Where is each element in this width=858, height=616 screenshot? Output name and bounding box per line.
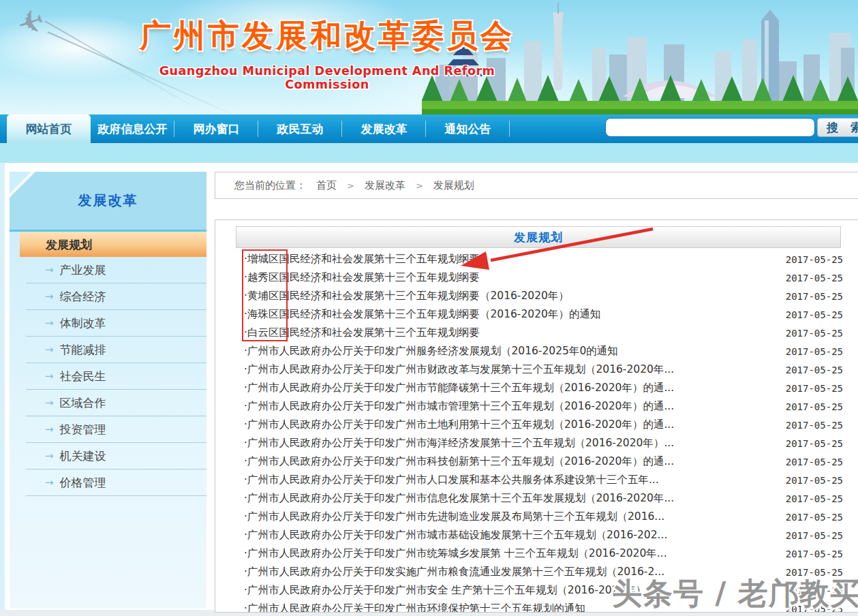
news-date: 2017-05-25 <box>778 420 843 431</box>
nav-tab-label: 政民互动 <box>277 122 324 136</box>
news-link[interactable]: ·广州市人民政府办公厅关于印发广州市土地利用第十三个五年规划（2016-2020… <box>244 418 674 432</box>
sidebar-item-label: 发展规划 <box>46 232 92 258</box>
arrow-right-icon: → <box>45 390 54 416</box>
sidebar-item[interactable]: → 机关建设 <box>26 443 206 469</box>
news-date: 2017-05-25 <box>778 493 843 504</box>
nav-tab[interactable]: 网办窗口 <box>174 114 258 143</box>
news-date: 2017-05-25 <box>778 346 843 357</box>
sidebar-title: 发展改革 <box>10 172 206 230</box>
news-link[interactable]: ·广州市人民政府办公厅关于印发广州市先进制造业发展及布局第十三个五年规划（201… <box>244 510 664 524</box>
news-row: ·广州市人民政府办公厅关于印发广州市节能降碳第十三个五年规划（2016-2020… <box>244 379 843 397</box>
news-date: 2017-05-25 <box>778 383 843 394</box>
nav-tab-list: 网站首页 政府信息公开 网办窗口 政民互动 发展改革 通知公告 <box>7 114 510 143</box>
nav-tab[interactable]: 网站首页 <box>7 114 91 143</box>
news-link[interactable]: ·广州市人民政府办公厅关于印发广州市海洋经济发展第十三个五年规划（2016-20… <box>244 436 674 450</box>
news-date: 2017-05-25 <box>778 328 843 339</box>
news-link[interactable]: ·广州市人民政府办公厅关于印发广州市人口发展和基本公共服务体系建设第十三个五年.… <box>244 473 659 487</box>
sidebar-item[interactable]: → 价格管理 <box>26 469 206 496</box>
breadcrumb-link-section[interactable]: 发展改革 <box>365 179 405 192</box>
news-date: 2017-05-25 <box>778 530 843 541</box>
news-date: 2017-05-25 <box>778 512 843 523</box>
news-link[interactable]: ·海珠区国民经济和社会发展第十三个五年规划纲要（2016-2020年）的通知 <box>244 307 600 322</box>
arrow-right-icon: → <box>45 337 54 363</box>
site-title-block: 广州市发展和改革委员会 Guangzhou Municipal Developm… <box>129 15 525 91</box>
news-link[interactable]: ·广州市人民政府办公厅关于印发广州服务经济发展规划（2016-2025年0的通知 <box>244 344 618 358</box>
nav-tab-label: 网站首页 <box>26 122 72 136</box>
page-left-edge <box>0 163 5 616</box>
news-link[interactable]: ·广州市人民政府办公厅关于印发广州市节能降碳第十三个五年规划（2016-2020… <box>244 381 674 395</box>
site-title: 广州市发展和改革委员会 <box>129 15 525 57</box>
sidebar: 发展改革 → 发展规划 → 产业发展 → 综合经济 → 体制改革 → 节能减排 … <box>10 172 206 609</box>
news-date: 2017-05-25 <box>778 291 843 302</box>
site-subtitle: Guangzhou Municipal Development And Refo… <box>129 64 525 91</box>
nav-tab[interactable]: 政民互动 <box>258 114 342 143</box>
sidebar-item-label: 机关建设 <box>60 443 106 469</box>
news-row: ·广州市人民政府办公厅关于印发广州服务经济发展规划（2016-2025年0的通知… <box>244 342 843 360</box>
nav-tab[interactable]: 发展改革 <box>342 114 426 143</box>
news-row: ·广州市人民政府办公厅关于印发广州市统筹城乡发展第 十三个五年规划（2016-2… <box>244 544 843 563</box>
nav-tab-label: 政府信息公开 <box>98 122 168 136</box>
sidebar-item-label: 综合经济 <box>60 283 106 309</box>
news-link[interactable]: ·广州市人民政府办公厅关于印发广州市城市基础设施发展第十三个五年规划（2016-… <box>244 528 667 542</box>
news-link[interactable]: ·广州市人民政府办公厅关于印发广州市财政改革与发展第十三个五年规划（2016-2… <box>244 363 674 377</box>
breadcrumb-link-home[interactable]: 首页 <box>316 179 337 192</box>
watermark: 头条号 / 老邝教买房 <box>612 574 858 614</box>
nav-tab[interactable]: 政府信息公开 <box>91 114 174 143</box>
arrow-right-icon: → <box>45 310 54 336</box>
nav-tab-label: 通知公告 <box>445 122 491 136</box>
news-link[interactable]: ·广州市人民政府办公厅关于印发广州市信息化发展第十三个五年发展规划（2016-2… <box>244 491 674 506</box>
arrow-right-icon: → <box>45 469 54 495</box>
nav-tab-label: 发展改革 <box>361 122 408 136</box>
news-date: 2017-05-25 <box>778 457 843 467</box>
news-link[interactable]: ·广州市人民政府办公厅关于印发广州市环境保护第十三个五年规划的通知 <box>244 602 585 613</box>
sidebar-item[interactable]: → 节能减排 <box>26 337 206 363</box>
sidebar-item[interactable]: → 综合经济 <box>26 283 206 310</box>
news-link[interactable]: ·广州市人民政府办公厅关于印发实施广州市粮食流通业发展第十三个五年规划（2016… <box>244 565 664 579</box>
news-link[interactable]: ·广州市人民政府办公厅关于印发广州市城市管理第十三个五年规划（2016-2020… <box>244 399 674 414</box>
search-button[interactable]: 搜 索 <box>817 118 858 137</box>
sidebar-item-label: 节能减排 <box>60 337 106 363</box>
news-row: ·广州市人民政府办公厅关于印发广州市城市基础设施发展第十三个五年规划（2016-… <box>244 526 843 544</box>
sidebar-item[interactable]: → 体制改革 <box>26 310 206 337</box>
news-date: 2017-05-25 <box>778 438 843 449</box>
header-banner: ✈ <box>0 0 858 114</box>
news-row: ·广州市人民政府办公厅关于印发广州市先进制造业发展及布局第十三个五年规划（201… <box>244 508 843 526</box>
news-date: 2017-05-25 <box>778 401 843 412</box>
nav-tab[interactable]: 通知公告 <box>426 114 510 143</box>
sidebar-item-label: 体制改革 <box>60 310 106 336</box>
breadcrumb-separator: > <box>416 181 423 191</box>
news-link[interactable]: ·广州市人民政府办公厅关于印发广州市科技创新第十三个五年规划（2016-2020… <box>244 455 674 469</box>
news-row: ·广州市人民政府办公厅关于印发广州市人口发展和基本公共服务体系建设第十三个五年.… <box>244 471 843 489</box>
sidebar-item[interactable]: → 投资管理 <box>26 416 206 443</box>
news-date: 2017-05-25 <box>778 273 843 283</box>
news-row: ·广州市人民政府办公厅关于印发广州市科技创新第十三个五年规划（2016-2020… <box>244 452 843 471</box>
breadcrumb-link-current[interactable]: 发展规划 <box>433 179 474 192</box>
sidebar-item[interactable]: → 社会民生 <box>26 363 206 390</box>
news-row: ·广州市人民政府办公厅关于印发广州市土地利用第十三个五年规划（2016-2020… <box>244 416 843 434</box>
breadcrumb-prefix: 您当前的位置： <box>234 179 306 192</box>
sidebar-header: 发展改革 <box>10 172 206 232</box>
sidebar-menu: → 发展规划 → 产业发展 → 综合经济 → 体制改革 → 节能减排 → 社会民… <box>26 232 206 496</box>
main-navigation: 网站首页 政府信息公开 网办窗口 政民互动 发展改革 通知公告 搜 索 <box>0 114 858 143</box>
news-link[interactable]: ·广州市人民政府办公厅关于印发广州市统筹城乡发展第 十三个五年规划（2016-2… <box>244 546 667 561</box>
news-date: 2017-05-25 <box>778 475 843 486</box>
nav-tab-label: 网办窗口 <box>194 122 240 136</box>
arrow-right-icon: → <box>45 443 54 469</box>
search-input[interactable] <box>605 118 815 137</box>
sidebar-item-label: 社会民生 <box>60 363 106 389</box>
sidebar-item[interactable]: → 区域合作 <box>26 390 206 416</box>
sidebar-item-label: 投资管理 <box>60 416 106 442</box>
sidebar-item[interactable]: → 产业发展 <box>26 257 206 283</box>
sidebar-item[interactable]: → 发展规划 <box>20 232 206 257</box>
news-date: 2017-05-25 <box>778 254 843 265</box>
arrow-right-icon: → <box>45 363 54 389</box>
breadcrumb: 您当前的位置： 首页 > 发展改革 > 发展规划 <box>215 172 858 199</box>
news-row: ·广州市人民政府办公厅关于印发广州市海洋经济发展第十三个五年规划（2016-20… <box>244 434 843 452</box>
arrow-right-icon: → <box>45 283 54 309</box>
nav-subband <box>0 143 858 163</box>
news-link[interactable]: ·广州市人民政府办公厅关于印发广州市安全 生产第十三个五年规划（2016-202… <box>244 583 667 598</box>
news-link[interactable]: ·黄埔区国民经济和社会发展第十三个五年规划纲要（2016-2020年） <box>244 289 569 303</box>
news-row: ·白云区国民经济和社会发展第十三个五年规划纲要 2017-05-25 <box>244 324 843 342</box>
news-date: 2017-05-25 <box>778 309 843 320</box>
news-row: ·广州市人民政府办公厅关于印发广州市城市管理第十三个五年规划（2016-2020… <box>244 397 843 416</box>
